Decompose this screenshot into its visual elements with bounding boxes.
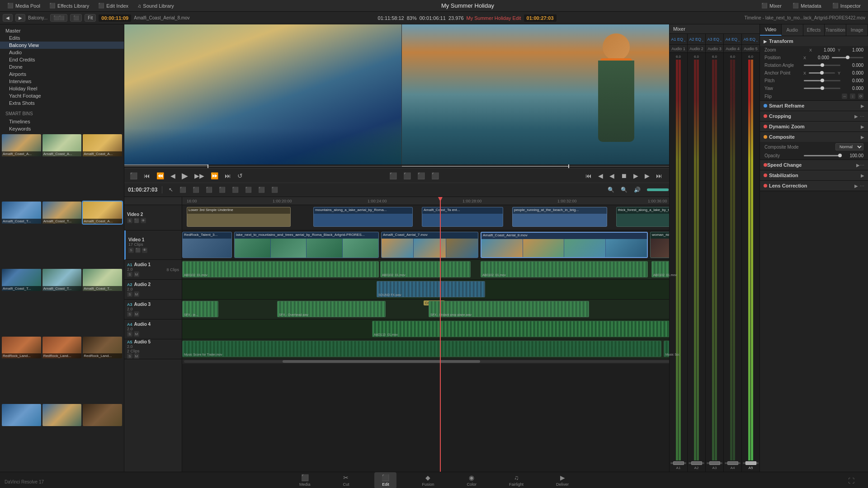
v1-clip-3[interactable]: Amalfi_Coast_Aerial_7.mov xyxy=(381,232,478,258)
mark-in-btn[interactable]: ⬛ xyxy=(387,171,399,180)
tl-tool-select[interactable]: ↖ xyxy=(167,186,175,194)
composite-header[interactable]: Composite ▶ xyxy=(760,132,868,142)
bin-holiday-reel[interactable]: Holiday Reel xyxy=(0,85,124,92)
v2-clip-coast[interactable]: Amalfi_Coast_Ta ent... xyxy=(422,207,503,227)
fader-handle-1[interactable] xyxy=(673,461,684,465)
flip-h-btn[interactable]: ↔ xyxy=(842,94,847,99)
clear-marks-btn[interactable]: ⬛ xyxy=(415,171,427,180)
bin-balcony-view[interactable]: Balcony View xyxy=(0,42,124,49)
a4-clip[interactable]: AAD113_01.mov xyxy=(372,321,679,337)
v2-clip-aerial1[interactable]: mountains_along_a_lake_aerial_by_Roma... xyxy=(313,207,413,227)
rotation-slider[interactable] xyxy=(804,65,840,66)
eq-a3[interactable]: A3 EQ ‸ xyxy=(706,34,724,44)
tl-zoom-out[interactable]: 🔍 xyxy=(606,186,616,194)
bottom-tab-cut[interactable]: ✂ Cut xyxy=(335,472,356,488)
media-thumb-8[interactable]: Amalfi_Coast_T... xyxy=(42,269,82,291)
media-thumb-9[interactable]: Amalfi_Coast_T... xyxy=(83,269,122,291)
bin-yacht-footage[interactable]: Yacht Footage xyxy=(0,92,124,99)
eq-a4[interactable]: A4 EQ ‸ xyxy=(724,34,742,44)
timeline-tracks-content[interactable]: 16:00 1:00:20:00 1:00:24:00 1:00:28:00 1… xyxy=(182,197,679,472)
bin-keywords[interactable]: Keywords xyxy=(0,125,124,132)
scrollbar-track[interactable] xyxy=(184,360,678,363)
step-back-btn[interactable]: ⏪ xyxy=(155,171,166,180)
tl-stop[interactable]: ⏹ xyxy=(619,171,629,180)
v2-mute[interactable]: S xyxy=(127,218,132,223)
v1-clip-1[interactable]: RedRock_Talent_3... xyxy=(182,232,232,258)
yaw-slider[interactable] xyxy=(804,88,840,89)
tl-step-forward[interactable]: ▶ xyxy=(643,171,651,180)
inspector-tab-effects[interactable]: Effects xyxy=(803,24,825,36)
bin-drone[interactable]: Drone xyxy=(0,63,124,70)
a2-solo[interactable]: S xyxy=(127,291,132,297)
media-thumb-1[interactable]: Amalfi_Coast_A... xyxy=(2,134,41,156)
bin-timelines[interactable]: Timelines xyxy=(0,118,124,125)
tl-goto-end[interactable]: ⏭ xyxy=(654,171,664,180)
inspector-tab-audio[interactable]: Audio xyxy=(782,24,803,36)
scrubber-right[interactable] xyxy=(402,164,679,168)
fader-handle-3[interactable] xyxy=(709,461,720,465)
a3-clip-1[interactable]: SFX - je... xyxy=(182,301,218,317)
a3-mute[interactable]: M xyxy=(134,311,139,317)
a3-clip-plane[interactable]: SFX - Distant prop plane.wav xyxy=(429,301,589,317)
goto-start-btn[interactable]: ⏮ xyxy=(142,171,152,180)
play-btn[interactable]: ▶ xyxy=(180,170,190,182)
a5-mute[interactable]: M xyxy=(134,353,139,359)
stabilization-header[interactable]: Stabilization ▶ xyxy=(760,170,868,180)
v2-lock[interactable]: ⬛ xyxy=(134,218,139,223)
a5-clip-music1[interactable]: Music Score for Trailer.mov xyxy=(182,341,661,357)
mark-out-btn[interactable]: ⬛ xyxy=(401,171,413,180)
media-thumb-6[interactable]: Amalfi_Coast_A... xyxy=(83,202,122,224)
a1-solo[interactable]: S xyxy=(127,272,132,277)
ch2-fader[interactable] xyxy=(689,462,704,464)
play-forward-btn[interactable]: ▶▶ xyxy=(193,171,206,180)
v2-clip-title[interactable]: Lower 3rd Simple Underline xyxy=(187,207,291,227)
media-thumb-13[interactable] xyxy=(2,404,41,426)
tl-play[interactable]: ▶ xyxy=(632,171,640,180)
cropping-header[interactable]: Cropping ▶ ⋯ xyxy=(760,111,868,121)
lens-correction-header[interactable]: Lens Correction ▶ ⋯ xyxy=(760,181,868,191)
eq-a2[interactable]: A2 EQ ‸ xyxy=(688,34,706,44)
a3-solo[interactable]: S xyxy=(127,311,132,317)
scrubber-left[interactable] xyxy=(124,164,402,168)
bottom-tab-edit[interactable]: ⬛ Edit xyxy=(374,472,396,488)
ch4-fader[interactable] xyxy=(725,462,741,464)
eq-a1[interactable]: A1 EQ ‸ xyxy=(670,34,688,44)
goto-end-btn[interactable]: ⏭ xyxy=(223,171,233,180)
bin-end-credits[interactable]: End Credits xyxy=(0,56,124,63)
tl-tool-dynamic[interactable]: ⬛ xyxy=(217,186,227,194)
bin-master[interactable]: Master xyxy=(0,27,124,34)
a1-clip-2[interactable]: AB0102_01.mov xyxy=(380,261,471,277)
speed-change-header[interactable]: Speed Change ▶ ⋯ xyxy=(760,160,868,170)
position-slider[interactable] xyxy=(832,57,863,58)
bottom-tab-media[interactable]: ⬛ Media xyxy=(292,472,318,488)
v1-clip-amalfi8[interactable]: Amalfi_Coast_Aerial_8.mov xyxy=(481,232,648,258)
bin-extra-shots[interactable]: Extra Shots xyxy=(0,99,124,107)
bottom-tab-color[interactable]: ◉ Color xyxy=(460,472,484,488)
bin-interviews[interactable]: Interviews xyxy=(0,78,124,85)
media-thumb-2[interactable]: Amalfi_Coast_A... xyxy=(42,134,82,156)
zoom-fit-btn[interactable]: Fit xyxy=(85,14,96,22)
inspector-tab-image[interactable]: Image xyxy=(846,24,868,36)
v1-lock[interactable]: ⬛ xyxy=(135,248,141,253)
tl-audio-meter[interactable]: 🔊 xyxy=(632,186,642,194)
tl-flag[interactable]: ⬛ xyxy=(269,186,280,194)
transform-header[interactable]: ▶ Transform xyxy=(760,36,868,46)
a4-solo[interactable]: S xyxy=(127,331,132,337)
a2-mute[interactable]: M xyxy=(134,291,139,297)
loop-btn[interactable]: ↺ xyxy=(236,171,245,180)
bottom-tab-fusion[interactable]: ◆ Fusion xyxy=(415,472,441,488)
media-thumb-5[interactable]: Amalfi_Coast_T... xyxy=(42,202,82,224)
fader-handle-5[interactable] xyxy=(745,461,756,465)
topbar-effects-library[interactable]: ⬛ Effects Library xyxy=(46,2,93,9)
tl-link[interactable]: ⬛ xyxy=(256,186,267,194)
viewer-right[interactable] xyxy=(402,24,679,164)
media-thumb-15[interactable] xyxy=(83,404,122,426)
dynamic-zoom-header[interactable]: Dynamic Zoom ▶ xyxy=(760,122,868,131)
media-thumb-12[interactable]: RedRock_Land... xyxy=(83,337,122,359)
a4-mute[interactable]: M xyxy=(134,331,139,337)
bottom-tab-fairlight[interactable]: ♫ Fairlight xyxy=(502,472,531,488)
composite-mode-select[interactable]: Normal Multiply Screen Overlay xyxy=(835,143,863,150)
v1-eye[interactable]: 👁 xyxy=(142,248,147,253)
fader-handle-2[interactable] xyxy=(691,461,702,465)
flip-reset-btn[interactable]: ⟳ xyxy=(858,94,863,99)
